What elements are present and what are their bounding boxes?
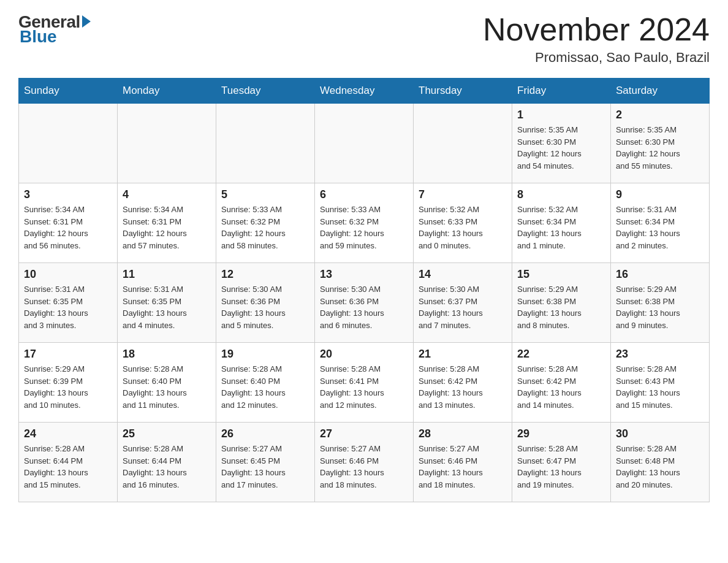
day-info: Sunrise: 5:28 AM Sunset: 6:43 PM Dayligh… (616, 363, 704, 411)
day-info: Sunrise: 5:28 AM Sunset: 6:42 PM Dayligh… (419, 363, 507, 411)
day-number: 19 (221, 348, 309, 361)
day-number: 4 (123, 188, 211, 201)
day-info: Sunrise: 5:31 AM Sunset: 6:35 PM Dayligh… (123, 283, 211, 331)
weekday-header-tuesday: Tuesday (216, 79, 315, 104)
calendar-cell: 2Sunrise: 5:35 AM Sunset: 6:30 PM Daylig… (611, 104, 710, 183)
calendar-cell: 27Sunrise: 5:27 AM Sunset: 6:46 PM Dayli… (315, 423, 414, 502)
calendar-week-row: 17Sunrise: 5:29 AM Sunset: 6:39 PM Dayli… (19, 343, 710, 423)
weekday-header-thursday: Thursday (414, 79, 512, 104)
day-info: Sunrise: 5:34 AM Sunset: 6:31 PM Dayligh… (123, 204, 211, 251)
calendar-cell: 13Sunrise: 5:30 AM Sunset: 6:36 PM Dayli… (315, 263, 414, 343)
day-info: Sunrise: 5:32 AM Sunset: 6:33 PM Dayligh… (419, 204, 507, 251)
calendar-cell: 23Sunrise: 5:28 AM Sunset: 6:43 PM Dayli… (611, 343, 710, 423)
calendar-cell: 18Sunrise: 5:28 AM Sunset: 6:40 PM Dayli… (118, 343, 216, 423)
calendar-cell: 15Sunrise: 5:29 AM Sunset: 6:38 PM Dayli… (512, 263, 611, 343)
page-header: General Blue November 2024 Promissao, Sa… (18, 12, 710, 66)
day-number: 30 (616, 427, 704, 440)
calendar-cell: 17Sunrise: 5:29 AM Sunset: 6:39 PM Dayli… (19, 343, 118, 423)
day-number: 29 (517, 427, 605, 440)
day-info: Sunrise: 5:28 AM Sunset: 6:44 PM Dayligh… (24, 443, 112, 491)
day-number: 13 (320, 268, 408, 281)
day-info: Sunrise: 5:33 AM Sunset: 6:32 PM Dayligh… (221, 204, 309, 251)
day-number: 23 (616, 348, 704, 361)
day-info: Sunrise: 5:29 AM Sunset: 6:38 PM Dayligh… (517, 283, 605, 331)
day-info: Sunrise: 5:34 AM Sunset: 6:31 PM Dayligh… (24, 204, 112, 251)
day-info: Sunrise: 5:30 AM Sunset: 6:37 PM Dayligh… (419, 283, 507, 331)
calendar-cell (315, 104, 414, 183)
day-info: Sunrise: 5:29 AM Sunset: 6:38 PM Dayligh… (616, 283, 704, 331)
weekday-header-monday: Monday (118, 79, 216, 104)
calendar-cell: 5Sunrise: 5:33 AM Sunset: 6:32 PM Daylig… (216, 183, 315, 263)
calendar-cell (118, 104, 216, 183)
weekday-header-row: SundayMondayTuesdayWednesdayThursdayFrid… (19, 79, 710, 104)
weekday-header-friday: Friday (512, 79, 611, 104)
calendar-cell: 26Sunrise: 5:27 AM Sunset: 6:45 PM Dayli… (216, 423, 315, 502)
day-info: Sunrise: 5:31 AM Sunset: 6:34 PM Dayligh… (616, 204, 704, 251)
day-info: Sunrise: 5:29 AM Sunset: 6:39 PM Dayligh… (24, 363, 112, 411)
day-number: 1 (517, 109, 605, 121)
calendar-cell: 28Sunrise: 5:27 AM Sunset: 6:46 PM Dayli… (414, 423, 512, 502)
calendar-cell (414, 104, 512, 183)
calendar-cell: 14Sunrise: 5:30 AM Sunset: 6:37 PM Dayli… (414, 263, 512, 343)
calendar-week-row: 10Sunrise: 5:31 AM Sunset: 6:35 PM Dayli… (19, 263, 710, 343)
calendar-cell: 3Sunrise: 5:34 AM Sunset: 6:31 PM Daylig… (19, 183, 118, 263)
calendar-cell (216, 104, 315, 183)
calendar-cell: 21Sunrise: 5:28 AM Sunset: 6:42 PM Dayli… (414, 343, 512, 423)
day-number: 14 (419, 268, 507, 281)
day-info: Sunrise: 5:27 AM Sunset: 6:46 PM Dayligh… (320, 443, 408, 491)
day-number: 12 (221, 268, 309, 281)
calendar-week-row: 3Sunrise: 5:34 AM Sunset: 6:31 PM Daylig… (19, 183, 710, 263)
day-info: Sunrise: 5:31 AM Sunset: 6:35 PM Dayligh… (24, 283, 112, 331)
day-number: 28 (419, 427, 507, 440)
calendar-cell: 25Sunrise: 5:28 AM Sunset: 6:44 PM Dayli… (118, 423, 216, 502)
month-title: November 2024 (483, 12, 710, 47)
day-number: 8 (517, 188, 605, 201)
logo-arrow-icon (82, 15, 91, 28)
header-right: November 2024 Promissao, Sao Paulo, Braz… (483, 12, 710, 66)
location: Promissao, Sao Paulo, Brazil (483, 50, 710, 66)
calendar-cell: 19Sunrise: 5:28 AM Sunset: 6:40 PM Dayli… (216, 343, 315, 423)
day-number: 2 (616, 109, 704, 121)
day-info: Sunrise: 5:33 AM Sunset: 6:32 PM Dayligh… (320, 204, 408, 251)
day-number: 7 (419, 188, 507, 201)
day-info: Sunrise: 5:28 AM Sunset: 6:42 PM Dayligh… (517, 363, 605, 411)
calendar-cell: 16Sunrise: 5:29 AM Sunset: 6:38 PM Dayli… (611, 263, 710, 343)
calendar-cell: 9Sunrise: 5:31 AM Sunset: 6:34 PM Daylig… (611, 183, 710, 263)
day-info: Sunrise: 5:27 AM Sunset: 6:45 PM Dayligh… (221, 443, 309, 491)
day-number: 20 (320, 348, 408, 361)
day-info: Sunrise: 5:30 AM Sunset: 6:36 PM Dayligh… (221, 283, 309, 331)
weekday-header-saturday: Saturday (611, 79, 710, 104)
day-number: 5 (221, 188, 309, 201)
calendar-cell: 11Sunrise: 5:31 AM Sunset: 6:35 PM Dayli… (118, 263, 216, 343)
calendar-table: SundayMondayTuesdayWednesdayThursdayFrid… (18, 78, 710, 502)
day-info: Sunrise: 5:28 AM Sunset: 6:48 PM Dayligh… (616, 443, 704, 491)
calendar-cell: 10Sunrise: 5:31 AM Sunset: 6:35 PM Dayli… (19, 263, 118, 343)
day-info: Sunrise: 5:30 AM Sunset: 6:36 PM Dayligh… (320, 283, 408, 331)
day-info: Sunrise: 5:27 AM Sunset: 6:46 PM Dayligh… (419, 443, 507, 491)
day-number: 24 (24, 427, 112, 440)
day-info: Sunrise: 5:32 AM Sunset: 6:34 PM Dayligh… (517, 204, 605, 251)
day-number: 27 (320, 427, 408, 440)
day-number: 17 (24, 348, 112, 361)
calendar-cell: 24Sunrise: 5:28 AM Sunset: 6:44 PM Dayli… (19, 423, 118, 502)
weekday-header-sunday: Sunday (19, 79, 118, 104)
day-number: 18 (123, 348, 211, 361)
day-number: 16 (616, 268, 704, 281)
day-number: 15 (517, 268, 605, 281)
day-number: 25 (123, 427, 211, 440)
day-number: 6 (320, 188, 408, 201)
day-number: 26 (221, 427, 309, 440)
day-number: 3 (24, 188, 112, 201)
calendar-cell: 22Sunrise: 5:28 AM Sunset: 6:42 PM Dayli… (512, 343, 611, 423)
day-info: Sunrise: 5:28 AM Sunset: 6:41 PM Dayligh… (320, 363, 408, 411)
calendar-cell: 12Sunrise: 5:30 AM Sunset: 6:36 PM Dayli… (216, 263, 315, 343)
day-info: Sunrise: 5:28 AM Sunset: 6:47 PM Dayligh… (517, 443, 605, 491)
day-number: 21 (419, 348, 507, 361)
calendar-cell: 30Sunrise: 5:28 AM Sunset: 6:48 PM Dayli… (611, 423, 710, 502)
calendar-week-row: 1Sunrise: 5:35 AM Sunset: 6:30 PM Daylig… (19, 104, 710, 183)
day-info: Sunrise: 5:28 AM Sunset: 6:40 PM Dayligh… (221, 363, 309, 411)
day-info: Sunrise: 5:35 AM Sunset: 6:30 PM Dayligh… (616, 124, 704, 172)
calendar-cell: 20Sunrise: 5:28 AM Sunset: 6:41 PM Dayli… (315, 343, 414, 423)
day-info: Sunrise: 5:28 AM Sunset: 6:40 PM Dayligh… (123, 363, 211, 411)
day-number: 9 (616, 188, 704, 201)
